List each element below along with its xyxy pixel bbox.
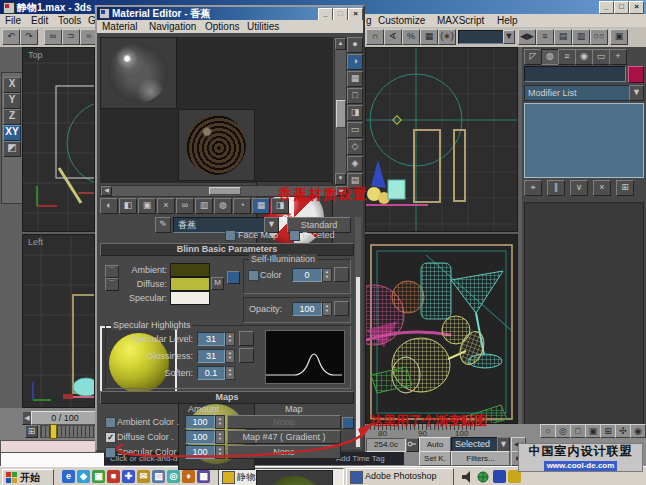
object-name-field[interactable] [524,66,626,82]
undo-icon[interactable]: ↶ [2,29,20,45]
selected-dropdown[interactable]: Selected [451,437,502,452]
axis-z-button[interactable]: Z [3,109,21,125]
maps-rollout[interactable]: Maps [100,391,354,404]
assign-to-selection-icon[interactable]: ▣ [138,198,156,214]
slots-scroll-down-icon[interactable]: ▼ [335,173,346,185]
diffuse-color-swatch[interactable] [170,277,210,291]
mirror-icon[interactable]: ◀▶ [518,29,536,45]
specular-color-map-button[interactable]: None [227,445,341,459]
soften-spinner[interactable]: ▲▼ [225,366,235,380]
tab-hierarchy-icon[interactable]: ≡ [558,49,576,65]
soften-value[interactable]: 0.1 [197,366,225,380]
redo-icon[interactable]: ↷ [20,29,38,45]
quicklaunch-icon-9[interactable]: ♦ [182,470,195,483]
sample-uv-tiling-icon[interactable]: □ [347,88,363,104]
auto-key-button[interactable]: Auto [419,437,451,452]
make-preview-icon[interactable]: ▭ [347,122,363,138]
background-icon[interactable]: ▦ [347,71,363,87]
minimize-button[interactable]: _ [599,1,614,14]
make-unique-icon[interactable]: ∨ [570,180,588,196]
rollout-area[interactable] [524,202,644,430]
tab-modify-icon[interactable]: ◍ [541,49,559,65]
remove-modifier-icon[interactable]: × [593,180,611,196]
key-mode-icon[interactable] [406,438,419,452]
self-illumination-map-button[interactable] [334,267,349,282]
zoom-viewport-icon[interactable]: ○ [540,424,556,438]
diffuse-color-spinner[interactable]: ▲▼ [215,430,225,444]
arc-rotate-icon[interactable]: ◉ [630,424,646,438]
tab-display-icon[interactable]: ▭ [592,49,610,65]
glossiness-value[interactable]: 31 [197,349,225,363]
tab-motion-icon[interactable]: ◉ [575,49,593,65]
pin-stack-icon[interactable]: ⌖ [524,180,542,196]
menu-edit[interactable]: Edit [31,15,48,26]
ambient-color-map-button[interactable]: None [227,415,341,429]
quicklaunch-ie-icon[interactable]: e [62,470,75,483]
me-menu-utilities[interactable]: Utilities [247,21,279,32]
maps-lock-icon[interactable] [342,417,354,429]
configure-modifier-sets-icon[interactable]: ⊞ [616,180,634,196]
menu-maxscript[interactable]: MAXScript [437,15,484,26]
viewport-left[interactable]: Left [22,234,95,408]
viewport-front[interactable] [365,47,518,232]
time-slider[interactable]: 0 / 100 [31,411,99,425]
get-material-icon[interactable]: ◐ [100,198,118,214]
glossiness-spinner[interactable]: ▲▼ [225,349,235,363]
zoom-all-icon[interactable]: ◎ [555,424,571,438]
slots-hscroll-thumb[interactable] [209,187,241,195]
show-end-result-me-icon[interactable]: ▦ [252,198,270,214]
axis-y-button[interactable]: Y [3,93,21,109]
ambient-color-spinner[interactable]: ▲▼ [215,415,225,429]
show-end-result-icon[interactable]: ∥ [547,180,565,196]
face-map-checkbox[interactable] [225,230,236,241]
unlink-icon[interactable]: ⊃ [62,29,80,45]
slots-scroll-left-icon[interactable]: ◀ [101,186,112,196]
time-slider-handle[interactable] [50,424,57,439]
ambient-color-checkbox[interactable] [105,417,116,428]
sample-slot-2[interactable] [178,109,255,181]
viewport-perspective[interactable] [365,234,518,424]
quicklaunch-icon-10[interactable]: ▩ [197,470,210,483]
specular-level-value[interactable]: 31 [197,332,225,346]
reset-map-icon[interactable]: × [157,198,175,214]
modifier-list-arrow-icon[interactable]: ▼ [629,85,644,101]
opacity-spinner[interactable]: ▲▼ [322,302,332,316]
axis-xy-button[interactable]: XY [3,125,21,141]
viewport-divider-right[interactable] [365,232,518,234]
quicklaunch-icon-7[interactable]: ▨ [152,470,165,483]
region-zoom-icon[interactable]: ⊞ [600,424,616,438]
quicklaunch-icon-8[interactable]: ◎ [167,470,180,483]
slots-scroll-thumb[interactable] [336,100,346,128]
menu-help[interactable]: Help [497,15,518,26]
render-icon[interactable]: ▣ [610,29,628,45]
sample-type-icon[interactable]: ● [347,37,363,53]
restore-button[interactable]: □ [614,1,629,14]
named-selection-arrow-icon[interactable]: ▼ [503,30,515,44]
material-editor-titlebar[interactable]: Material Editor - 香蕉 _ □ × [97,7,363,20]
specular-color-amount[interactable]: 100 [185,445,215,459]
me-menu-options[interactable]: Options [205,21,239,32]
specular-level-spinner[interactable]: ▲▼ [225,332,235,346]
menu-rendering-partial[interactable]: g [366,15,372,26]
menu-tools[interactable]: Tools [58,15,81,26]
filters-button[interactable]: Filters... [451,451,510,466]
me-menu-navigation[interactable]: Navigation [149,21,196,32]
diffuse-color-amount[interactable]: 100 [185,430,215,444]
material-editor-window[interactable]: Material Editor - 香蕉 _ □ × Material Navi… [95,5,365,452]
named-selection-dropdown[interactable] [458,30,504,44]
quicklaunch-icon-5[interactable]: ✚ [122,470,135,483]
slots-scroll-up-icon[interactable]: ▲ [335,38,346,50]
ambient-color-amount[interactable]: 100 [185,415,215,429]
put-to-library-icon[interactable]: ▥ [195,198,213,214]
lock-diffuse-specular-icon[interactable]: ⌒ [105,278,119,291]
keyboard-shortcut-icon[interactable]: (∗) [438,29,456,45]
show-map-in-viewport-icon[interactable]: ◔ [233,198,251,214]
me-menu-material[interactable]: Material [102,21,138,32]
faceted-checkbox[interactable] [289,230,300,241]
quicklaunch-icon-3[interactable]: ▣ [92,470,105,483]
opacity-map-button[interactable] [334,301,349,316]
close-button[interactable]: × [629,1,644,14]
video-color-check-icon[interactable]: ◨ [347,105,363,121]
tray-icon-3[interactable] [493,470,506,483]
axis-x-button[interactable]: X [3,77,21,93]
